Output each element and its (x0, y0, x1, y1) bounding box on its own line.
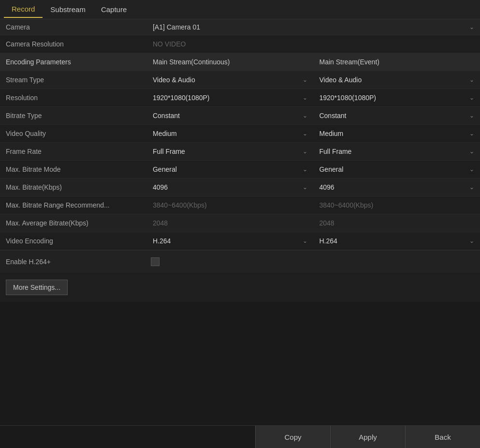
table-row: Frame RateFull Frame⌄Full Frame⌄ (0, 143, 480, 161)
col2-value: Full Frame (319, 148, 351, 155)
row-col2[interactable]: Full Frame⌄ (313, 143, 480, 161)
row-col2[interactable]: Medium⌄ (313, 125, 480, 143)
table-row: Max. Bitrate Range Recommend...3840~6400… (0, 196, 480, 214)
row-col2: 2048 (313, 214, 480, 232)
camera-resolution-value: NO VIDEO (147, 35, 480, 53)
col1-dropdown[interactable]: 1920*1080(1080P)⌄ (153, 94, 308, 102)
col1-value: 4096 (153, 183, 168, 191)
more-settings-section: More Settings... (0, 273, 480, 302)
col1-chevron-icon: ⌄ (303, 184, 307, 191)
h264-checkbox[interactable] (151, 257, 160, 266)
h264-label: Enable H.264+ (6, 258, 151, 266)
row-col2[interactable]: Video & Audio⌄ (313, 71, 480, 89)
row-col2[interactable]: General⌄ (313, 161, 480, 179)
col1-chevron-icon: ⌄ (303, 112, 307, 119)
table-row: Max. Bitrate(Kbps)4096⌄4096⌄ (0, 179, 480, 196)
col2-dropdown[interactable]: 4096⌄ (319, 183, 474, 191)
col1-dropdown[interactable]: H.264⌄ (153, 237, 308, 245)
camera-label: Camera (0, 19, 147, 35)
row-col1[interactable]: General⌄ (147, 161, 314, 179)
col2-chevron-icon: ⌄ (469, 76, 474, 83)
col1-dropdown[interactable]: General⌄ (153, 165, 308, 173)
row-col1[interactable]: H.264⌄ (147, 232, 314, 250)
col2-value: Video & Audio (319, 76, 362, 84)
camera-value-cell[interactable]: [A1] Camera 01 ⌄ (147, 19, 480, 35)
table-row: Bitrate TypeConstant⌄Constant⌄ (0, 107, 480, 125)
col1-chevron-icon: ⌄ (303, 166, 307, 173)
col2-dropdown[interactable]: 1920*1080(1080P)⌄ (319, 94, 474, 102)
col2-chevron-icon: ⌄ (469, 112, 474, 119)
row-label: Video Quality (0, 125, 147, 143)
row-col2[interactable]: 1920*1080(1080P)⌄ (313, 89, 480, 107)
row-col1: 3840~6400(Kbps) (147, 196, 314, 214)
col2-value: 1920*1080(1080P) (319, 94, 376, 102)
camera-value: [A1] Camera 01 (153, 23, 200, 31)
col1-dropdown[interactable]: Video & Audio⌄ (153, 76, 308, 84)
row-col2[interactable]: H.264⌄ (313, 232, 480, 250)
back-button[interactable]: Back (405, 426, 480, 448)
row-col1: 2048 (147, 214, 314, 232)
encoding-params-label: Encoding Parameters (0, 53, 147, 71)
tab-bar: Record Substream Capture (0, 0, 480, 19)
col1-dropdown[interactable]: Medium⌄ (153, 130, 308, 137)
table-row: Stream TypeVideo & Audio⌄Video & Audio⌄ (0, 71, 480, 89)
col2-dropdown[interactable]: General⌄ (319, 165, 474, 173)
col1-header: Main Stream(Continuous) (147, 53, 314, 71)
col1-value: H.264 (153, 237, 171, 245)
tab-record[interactable]: Record (4, 1, 43, 18)
row-col1[interactable]: 1920*1080(1080P)⌄ (147, 89, 314, 107)
col1-value: 1920*1080(1080P) (153, 94, 210, 102)
col2-header: Main Stream(Event) (313, 53, 480, 71)
row-label: Frame Rate (0, 143, 147, 161)
settings-content: Camera [A1] Camera 01 ⌄ Camera Resolutio… (0, 19, 480, 250)
copy-button[interactable]: Copy (255, 426, 330, 448)
camera-dropdown[interactable]: [A1] Camera 01 ⌄ (153, 23, 474, 31)
row-col1[interactable]: Full Frame⌄ (147, 143, 314, 161)
col1-chevron-icon: ⌄ (303, 148, 307, 155)
tab-capture[interactable]: Capture (93, 1, 134, 17)
table-row: Max. Bitrate ModeGeneral⌄General⌄ (0, 161, 480, 179)
col1-dropdown[interactable]: 4096⌄ (153, 183, 308, 191)
encoding-params-header-row: Encoding Parameters Main Stream(Continuo… (0, 53, 480, 71)
col1-value: Medium (153, 130, 177, 137)
col2-dropdown[interactable]: Constant⌄ (319, 112, 474, 119)
row-label: Bitrate Type (0, 107, 147, 125)
col2-chevron-icon: ⌄ (469, 184, 474, 191)
row-label: Video Encoding (0, 232, 147, 250)
col1-chevron-icon: ⌄ (303, 130, 307, 137)
row-label: Max. Average Bitrate(Kbps) (0, 214, 147, 232)
col1-value: General (153, 165, 177, 173)
col1-chevron-icon: ⌄ (303, 76, 307, 83)
col2-value: H.264 (319, 237, 337, 245)
col1-value: Constant (153, 112, 180, 119)
col2-value: General (319, 165, 343, 173)
dynamic-settings-table: Stream TypeVideo & Audio⌄Video & Audio⌄R… (0, 71, 480, 250)
col2-chevron-icon: ⌄ (469, 130, 474, 137)
col1-value: Video & Audio (153, 76, 195, 84)
row-col1[interactable]: Constant⌄ (147, 107, 314, 125)
col2-dropdown[interactable]: Video & Audio⌄ (319, 76, 474, 84)
apply-button[interactable]: Apply (330, 426, 405, 448)
col2-chevron-icon: ⌄ (469, 166, 474, 173)
h264-section: Enable H.264+ (0, 250, 480, 273)
col2-chevron-icon: ⌄ (469, 148, 474, 155)
row-label: Resolution (0, 89, 147, 107)
camera-resolution-label: Camera Resolution (0, 35, 147, 53)
row-col2[interactable]: 4096⌄ (313, 179, 480, 196)
col1-chevron-icon: ⌄ (303, 94, 307, 101)
col1-value: Full Frame (153, 148, 185, 155)
more-settings-button[interactable]: More Settings... (6, 280, 68, 295)
table-row: Video EncodingH.264⌄H.264⌄ (0, 232, 480, 250)
col2-value: 4096 (319, 183, 334, 191)
row-col2[interactable]: Constant⌄ (313, 107, 480, 125)
col1-dropdown[interactable]: Constant⌄ (153, 112, 308, 119)
col1-dropdown[interactable]: Full Frame⌄ (153, 148, 308, 155)
col2-dropdown[interactable]: Medium⌄ (319, 130, 474, 137)
col2-dropdown[interactable]: Full Frame⌄ (319, 148, 474, 155)
tab-substream[interactable]: Substream (43, 1, 93, 17)
row-col1[interactable]: 4096⌄ (147, 179, 314, 196)
col2-dropdown[interactable]: H.264⌄ (319, 237, 474, 245)
row-col1[interactable]: Video & Audio⌄ (147, 71, 314, 89)
table-row: Max. Average Bitrate(Kbps)20482048 (0, 214, 480, 232)
row-col1[interactable]: Medium⌄ (147, 125, 314, 143)
